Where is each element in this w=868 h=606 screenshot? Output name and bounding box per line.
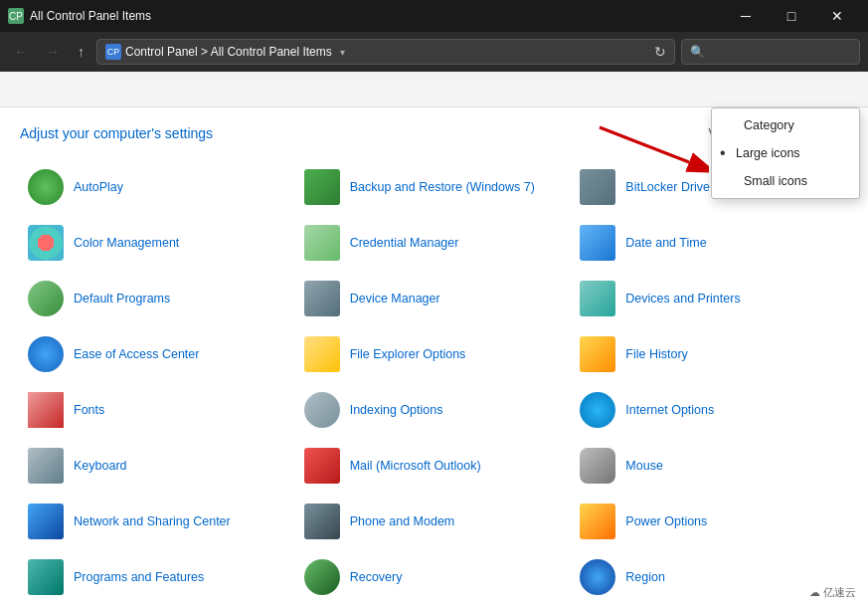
dropdown-item[interactable]: Large icons	[712, 138, 859, 168]
panel-item-icon	[580, 559, 615, 595]
panel-item[interactable]: Backup and Restore (Windows 7)	[296, 159, 573, 215]
panel-item-icon	[304, 448, 340, 484]
maximize-button[interactable]: □	[769, 0, 814, 32]
panel-item-label: Recovery	[350, 569, 403, 585]
address-bar: ← → ↑ CP Control Panel > All Control Pan…	[0, 32, 868, 72]
panel-item-label: Keyboard	[74, 458, 127, 474]
address-path: Control Panel > All Control Panel Items	[125, 45, 332, 59]
panel-item[interactable]: AutoPlay	[20, 159, 296, 215]
page-heading: Adjust your computer's settings	[20, 125, 213, 141]
back-button[interactable]: ←	[8, 40, 34, 64]
panel-item-icon	[304, 281, 340, 316]
panel-item-icon	[28, 169, 64, 205]
panel-item-label: Mouse	[625, 458, 663, 474]
panel-item[interactable]: Phone and Modem	[296, 494, 573, 549]
panel-item[interactable]: Indexing Options	[296, 382, 573, 438]
window-title: All Control Panel Items	[30, 9, 723, 23]
panel-item[interactable]: Power Options	[572, 494, 848, 549]
search-box[interactable]: 🔍	[681, 39, 860, 65]
panel-item[interactable]: File History	[572, 326, 848, 382]
panel-item-label: Default Programs	[74, 291, 170, 306]
address-icon: CP	[105, 44, 121, 60]
address-dropdown-icon: ▾	[340, 47, 345, 58]
panel-item-icon	[580, 448, 615, 484]
panel-item[interactable]: Fonts	[20, 382, 296, 438]
search-icon: 🔍	[690, 45, 705, 59]
panel-item-label: File History	[625, 346, 688, 362]
panel-item-icon	[28, 225, 64, 261]
panel-item-icon	[304, 392, 340, 428]
panel-item-label: AutoPlay	[74, 179, 123, 195]
close-button[interactable]: ✕	[814, 0, 860, 32]
panel-item[interactable]: Programs and Features	[20, 549, 296, 605]
panel-item[interactable]: Credential Manager	[296, 215, 573, 271]
panel-item-icon	[304, 504, 340, 539]
dropdown-item[interactable]: Small icons	[712, 168, 859, 194]
panel-item[interactable]: File Explorer Options	[296, 326, 573, 382]
panel-item-label: Network and Sharing Center	[74, 513, 231, 529]
panel-item-icon	[304, 225, 340, 261]
minimize-button[interactable]: ─	[723, 0, 769, 32]
panel-item-icon	[580, 336, 615, 372]
panel-item-label: Indexing Options	[350, 402, 443, 418]
panel-item-icon	[304, 559, 340, 595]
panel-item-icon	[28, 281, 64, 316]
panel-item-icon	[28, 559, 64, 595]
panel-item[interactable]: Keyboard	[20, 438, 296, 494]
panel-items-grid: AutoPlay Backup and Restore (Windows 7) …	[20, 159, 848, 606]
panel-item-label: Internet Options	[625, 402, 714, 418]
dropdown-item[interactable]: Category	[712, 112, 859, 138]
panel-item-label: Programs and Features	[74, 569, 204, 585]
panel-item-icon	[580, 281, 615, 316]
panel-item-label: Ease of Access Center	[74, 346, 199, 362]
panel-item-label: Fonts	[74, 402, 104, 418]
panel-item[interactable]: Mail (Microsoft Outlook)	[296, 438, 573, 494]
panel-item[interactable]: Ease of Access Center	[20, 326, 296, 382]
window-controls: ─ □ ✕	[723, 0, 860, 32]
panel-item[interactable]: Devices and Printers	[572, 271, 848, 326]
app-icon: CP	[8, 8, 24, 24]
panel-item-label: Backup and Restore (Windows 7)	[350, 179, 535, 195]
panel-item[interactable]: Network and Sharing Center	[20, 494, 296, 549]
panel-item-label: Phone and Modem	[350, 513, 455, 529]
panel-item-label: Credential Manager	[350, 235, 459, 251]
panel-item-label: Color Management	[74, 235, 179, 251]
panel-item-icon	[580, 225, 615, 261]
panel-item-label: Region	[625, 569, 665, 585]
panel-item-label: Devices and Printers	[625, 291, 740, 306]
panel-item-icon	[28, 504, 64, 539]
panel-item[interactable]: Color Management	[20, 215, 296, 271]
panel-item[interactable]: Date and Time	[572, 215, 848, 271]
panel-item[interactable]: Device Manager	[296, 271, 573, 326]
refresh-button[interactable]: ↻	[654, 44, 666, 60]
panel-item-label: Mail (Microsoft Outlook)	[350, 458, 481, 474]
panel-item-label: Device Manager	[350, 291, 440, 306]
panel-item[interactable]: Recovery	[296, 549, 573, 605]
panel-item-label: Power Options	[625, 513, 707, 529]
panel-item-label: Date and Time	[625, 235, 706, 251]
panel-item-icon	[304, 169, 340, 205]
panel-item-icon	[28, 392, 64, 428]
panel-item[interactable]: Internet Options	[572, 382, 848, 438]
panel-item-icon	[580, 169, 615, 205]
forward-button[interactable]: →	[40, 40, 66, 64]
panel-item-label: File Explorer Options	[350, 346, 466, 362]
title-bar: CP All Control Panel Items ─ □ ✕	[0, 0, 868, 32]
panel-item[interactable]: Mouse	[572, 438, 848, 494]
panel-item-icon	[28, 448, 64, 484]
panel-item-icon	[580, 504, 615, 539]
panel-item-icon	[580, 392, 615, 428]
panel-item-icon	[304, 336, 340, 372]
toolbar	[0, 72, 868, 107]
up-button[interactable]: ↑	[72, 40, 90, 64]
address-box[interactable]: CP Control Panel > All Control Panel Ite…	[96, 39, 675, 65]
panel-item[interactable]: Default Programs	[20, 271, 296, 326]
view-by-dropdown: CategoryLarge iconsSmall icons	[711, 107, 860, 199]
watermark: ☁ 亿速云	[805, 583, 860, 602]
panel-item-icon	[28, 336, 64, 372]
